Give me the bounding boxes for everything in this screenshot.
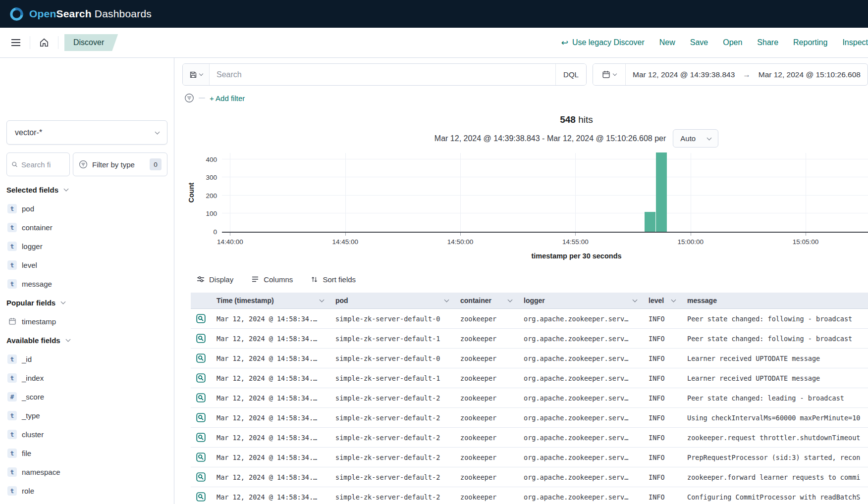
column-header-container[interactable]: container	[454, 293, 518, 308]
filter-menu-icon[interactable]	[184, 93, 194, 103]
field-item-logger[interactable]: tlogger	[6, 237, 167, 255]
cell-time: Mar 12, 2024 @ 14:58:34.…	[211, 335, 329, 343]
field-name: _score	[22, 393, 44, 401]
field-item-message[interactable]: tmessage	[6, 274, 167, 293]
field-type-string-icon: t	[7, 467, 17, 477]
field-item-_type[interactable]: t_type	[6, 406, 167, 425]
table-header: Time (timestamp)podcontainerloggerlevelm…	[191, 293, 868, 309]
column-header-level[interactable]: level	[643, 293, 681, 308]
field-item-_index[interactable]: t_index	[6, 368, 167, 387]
content: vector-* Filter by type 0 Selected field…	[0, 58, 868, 504]
field-item-_id[interactable]: t_id	[6, 350, 167, 368]
home-button[interactable]	[36, 35, 52, 50]
field-type-string-icon: t	[7, 260, 17, 270]
hits-count: 548 hits	[222, 114, 868, 125]
field-item-file[interactable]: tfile	[6, 444, 167, 462]
field-item-cluster[interactable]: tcluster	[6, 425, 167, 444]
field-item-role[interactable]: trole	[6, 481, 167, 500]
section-available-fields[interactable]: Available fields	[6, 331, 167, 350]
divider	[58, 36, 58, 49]
cell-message: Peer state changed: leading - broadcast	[681, 394, 868, 402]
menu-button[interactable]	[8, 36, 24, 50]
inspect-document-button[interactable]	[196, 492, 206, 502]
nav-link-inspect[interactable]: Inspect	[842, 38, 868, 47]
section-selected-fields[interactable]: Selected fields	[6, 180, 167, 199]
sort-fields-button[interactable]: Sort fields	[311, 275, 356, 284]
inspect-document-button[interactable]	[196, 333, 206, 344]
field-search-input[interactable]	[21, 160, 65, 169]
display-button[interactable]: Display	[197, 275, 233, 284]
cell-message: Using checkIntervalMs=60000 maxPerMinute…	[681, 414, 868, 422]
date-picker-button[interactable]	[593, 64, 626, 85]
cell-time: Mar 12, 2024 @ 14:58:34.…	[211, 374, 329, 382]
cell-pod: simple-zk-server-default-2	[329, 493, 454, 501]
cell-pod: simple-zk-server-default-0	[329, 354, 454, 362]
date-start[interactable]: Mar 12, 2024 @ 14:39:38.843	[633, 70, 735, 79]
inspect-document-button[interactable]	[196, 432, 206, 443]
nav-link-save[interactable]: Save	[690, 38, 708, 47]
interval-select[interactable]: Auto	[673, 129, 718, 148]
column-label: level	[649, 297, 664, 304]
field-type-string-icon: t	[7, 354, 17, 364]
use-legacy-discover-label: Use legacy Discover	[572, 38, 645, 47]
field-name: timestamp	[22, 317, 56, 326]
breadcrumb[interactable]: Discover	[64, 34, 118, 51]
field-item-container[interactable]: tcontainer	[6, 218, 167, 237]
field-item-_score[interactable]: #_score	[6, 387, 167, 406]
inspect-document-button[interactable]	[196, 393, 206, 403]
field-item-namespace[interactable]: tnamespace	[6, 462, 167, 481]
cell-container: zookeeper	[454, 394, 518, 402]
cell-pod: simple-zk-server-default-1	[329, 335, 454, 343]
home-icon	[39, 38, 49, 48]
field-item-pod[interactable]: tpod	[6, 199, 167, 218]
inspect-document-button[interactable]	[196, 472, 206, 482]
inspect-document-button[interactable]	[196, 452, 206, 462]
cell-time: Mar 12, 2024 @ 14:58:34.…	[211, 315, 329, 323]
index-pattern-selector[interactable]: vector-*	[6, 120, 167, 145]
field-type-number-icon: #	[7, 392, 17, 402]
filter-by-type-button[interactable]: Filter by type 0	[73, 152, 167, 176]
add-filter-button[interactable]: + Add filter	[210, 94, 245, 102]
cell-message: Learner received UPTODATE message	[681, 354, 868, 362]
nav-link-open[interactable]: Open	[723, 38, 742, 47]
inspect-document-button[interactable]	[196, 412, 206, 423]
section-popular-fields[interactable]: Popular fields	[6, 293, 167, 312]
field-type-string-icon: t	[7, 223, 17, 232]
field-search[interactable]	[6, 152, 70, 176]
columns-button[interactable]: Columns	[251, 275, 293, 284]
cell-level: INFO	[643, 414, 681, 422]
cell-level: INFO	[643, 315, 681, 323]
column-header-pod[interactable]: pod	[329, 293, 454, 308]
date-end[interactable]: Mar 12, 2024 @ 15:10:26.608	[759, 70, 861, 79]
nav-link-share[interactable]: Share	[757, 38, 778, 47]
cell-time: Mar 12, 2024 @ 14:58:34.…	[211, 414, 329, 422]
column-header-time-timestamp-[interactable]: Time (timestamp)	[211, 293, 329, 308]
use-legacy-discover-link[interactable]: ↩Use legacy Discover	[561, 38, 645, 48]
saved-query-button[interactable]	[183, 64, 210, 85]
histogram-bar[interactable]	[645, 212, 655, 232]
field-item-timestamp[interactable]: timestamp	[6, 312, 167, 331]
inspect-document-button[interactable]	[196, 313, 206, 324]
x-tick-label: 15:05:00	[783, 238, 828, 246]
table-row: Mar 12, 2024 @ 14:58:34.…simple-zk-serve…	[191, 349, 868, 368]
nav-link-new[interactable]: New	[659, 38, 675, 47]
query-language-button[interactable]: DQL	[555, 64, 586, 85]
search-input[interactable]	[210, 64, 555, 85]
column-header-logger[interactable]: logger	[518, 293, 643, 308]
inspect-document-button[interactable]	[196, 373, 206, 383]
column-header-message[interactable]: message	[681, 293, 868, 308]
column-label: logger	[524, 297, 545, 304]
histogram-bar[interactable]	[656, 152, 667, 232]
gridline	[691, 153, 691, 232]
tick-mark	[575, 233, 576, 236]
cell-level: INFO	[643, 473, 681, 481]
field-item-level[interactable]: tlevel	[6, 255, 167, 274]
field-type-string-icon: t	[7, 449, 17, 458]
chevron-down-icon	[65, 337, 70, 342]
x-tick-label: 15:00:00	[668, 238, 713, 246]
nav-link-reporting[interactable]: Reporting	[793, 38, 827, 47]
field-name: _id	[22, 355, 32, 363]
interval-value: Auto	[680, 134, 696, 143]
inspect-document-button[interactable]	[196, 353, 206, 363]
cell-container: zookeeper	[454, 493, 518, 501]
